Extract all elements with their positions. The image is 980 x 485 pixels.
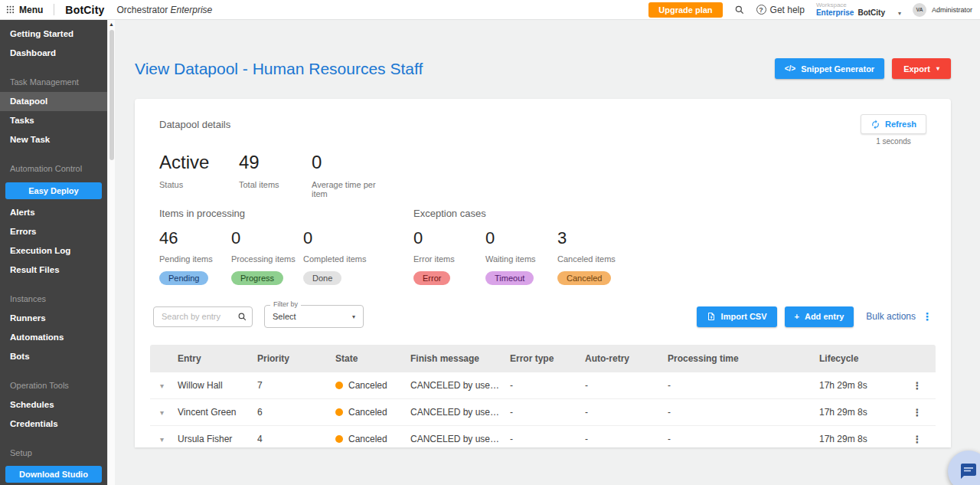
done-badge: Done [303, 271, 341, 285]
expand-row-icon[interactable]: ▾ [150, 435, 164, 444]
pending-count-label: Pending items [159, 254, 231, 264]
app-window: Menu BotCity Orchestrator Enterprise Upg… [0, 0, 980, 485]
plus-icon: + [795, 312, 799, 321]
column-header-error-type[interactable]: Error type [510, 353, 585, 364]
sidebar-section-instances: Instances [0, 289, 107, 308]
sidebar-item-bots[interactable]: Bots [0, 346, 107, 365]
upgrade-plan-button[interactable]: Upgrade plan [648, 2, 722, 18]
column-header-priority[interactable]: Priority [257, 353, 335, 364]
lifecycle-cell: 17h 29m 8s [819, 380, 899, 391]
sidebar-item-execution-log[interactable]: Execution Log [0, 241, 107, 261]
finish-message-cell: CANCELED by user requ... [410, 434, 510, 444]
import-csv-button[interactable]: Import CSV [697, 306, 777, 327]
sidebar-item-schedules[interactable]: Schedules [0, 395, 107, 414]
sidebar-item-errors[interactable]: Errors [0, 222, 107, 241]
filter-by-select[interactable]: Filter by Select ▾ [264, 305, 364, 328]
processing-count: 0 [231, 228, 303, 248]
sidebar-scrollbar[interactable]: ▲ [107, 20, 115, 485]
expand-row-icon[interactable]: ▾ [150, 408, 164, 417]
code-icon: </> [785, 64, 795, 73]
get-help-button[interactable]: ? Get help [756, 5, 805, 15]
error-type-cell: - [510, 434, 585, 444]
waiting-count-label: Waiting items [485, 254, 557, 264]
processing-counter: 0 Processing items Progress [231, 228, 303, 285]
snippet-generator-button[interactable]: </> Snippet Generator [775, 58, 884, 79]
topbar-divider [54, 4, 54, 15]
processing-time-cell: - [668, 380, 819, 391]
bulk-actions-button[interactable]: Bulk actions ⋮ [866, 310, 933, 323]
total-items-stat: 49 Total items [239, 152, 312, 198]
sidebar-item-alerts[interactable]: Alerts [0, 203, 107, 222]
botcity-logo[interactable]: BotCity [65, 4, 104, 16]
column-header-lifecycle[interactable]: Lifecycle [819, 353, 899, 364]
pending-badge: Pending [159, 271, 208, 285]
sidebar-item-result-files[interactable]: Result Files [0, 261, 107, 280]
details-heading: Datapool details [159, 114, 230, 130]
row-menu-icon[interactable]: ⋮ [913, 434, 923, 445]
timeout-badge: Timeout [485, 271, 534, 285]
scrollbar-thumb[interactable] [109, 30, 114, 160]
total-items-value: 49 [239, 152, 312, 174]
sidebar-section-setup: Setup [0, 443, 107, 462]
add-entry-button[interactable]: + Add entry [785, 306, 854, 327]
column-header-processing-time[interactable]: Processing time [668, 353, 819, 364]
sidebar-item-dashboard[interactable]: Dashboard [0, 44, 107, 63]
sidebar-section-automation-control: Automation Control [0, 159, 107, 179]
sidebar-item-new-task[interactable]: New Task [0, 130, 107, 149]
state-cell: Canceled [335, 407, 410, 418]
chat-bubble-icon [959, 462, 978, 480]
search-icon[interactable] [734, 5, 745, 15]
column-header-finish-message[interactable]: Finish message [410, 353, 510, 364]
download-studio-button[interactable]: Download Studio [5, 466, 102, 483]
state-cell: Canceled [335, 434, 410, 444]
auto-retry-cell: - [585, 407, 668, 418]
entries-table: Entry Priority State Finish message Erro… [150, 345, 936, 447]
sidebar-item-datapool[interactable]: Datapool [0, 92, 107, 111]
product-edition: Enterprise [171, 5, 213, 15]
column-header-entry[interactable]: Entry [178, 353, 257, 364]
sidebar-item-getting-started[interactable]: Getting Started [0, 25, 107, 44]
pending-counter: 46 Pending items Pending [159, 228, 231, 285]
completed-counter: 0 Completed items Done [303, 228, 375, 285]
expand-row-icon[interactable]: ▾ [150, 382, 164, 390]
export-button[interactable]: Export ▾ [892, 58, 951, 79]
sidebar-item-runners[interactable]: Runners [0, 308, 107, 327]
table-header: Entry Priority State Finish message Erro… [150, 345, 936, 372]
workspace-edition: Enterprise [816, 8, 854, 18]
chevron-down-icon: ▾ [936, 65, 939, 72]
datapool-card: Datapool details Refresh 1 seconds Activ… [135, 99, 951, 447]
canceled-count-label: Canceled items [557, 254, 629, 264]
user-avatar[interactable]: VA [913, 3, 926, 17]
lifecycle-cell: 17h 29m 8s [819, 407, 899, 418]
product-name: Orchestrator Enterprise [117, 5, 213, 15]
refresh-button[interactable]: Refresh [861, 114, 926, 134]
sidebar-section-task-management: Task Management [0, 73, 107, 92]
search-icon[interactable] [237, 311, 247, 325]
auto-retry-cell: - [585, 380, 668, 391]
sidebar-item-automations[interactable]: Automations [0, 327, 107, 346]
processing-time-cell: - [668, 434, 819, 444]
file-upload-icon [707, 312, 716, 321]
menu-button[interactable]: Menu [19, 5, 43, 15]
row-menu-icon[interactable]: ⋮ [913, 407, 923, 418]
bulk-actions-menu-icon[interactable]: ⋮ [922, 310, 933, 323]
state-dot-canceled [335, 382, 343, 389]
apps-grid-icon[interactable] [6, 5, 15, 14]
workspace-selector[interactable]: Workspace Enterprise BotCity ▾ [816, 2, 901, 18]
datapool-details: Datapool details Refresh 1 seconds Activ… [150, 114, 936, 285]
workspace-label: Workspace [816, 2, 901, 8]
page-title: View Datapool - Human Resources Staff [135, 60, 423, 78]
waiting-counter: 0 Waiting items Timeout [485, 228, 557, 285]
row-menu-icon[interactable]: ⋮ [913, 380, 923, 392]
error-counter: 0 Error items Error [413, 228, 485, 285]
status-value: Active [159, 152, 239, 174]
column-header-auto-retry[interactable]: Auto-retry [585, 353, 668, 364]
sidebar-item-credentials[interactable]: Credentials [0, 414, 107, 433]
column-header-state[interactable]: State [335, 353, 410, 364]
scroll-up-icon[interactable]: ▲ [109, 20, 114, 28]
main-content: View Datapool - Human Resources Staff </… [115, 20, 980, 485]
sidebar-item-tasks[interactable]: Tasks [0, 111, 107, 130]
easy-deploy-button[interactable]: Easy Deploy [5, 182, 102, 199]
processing-time-cell: - [668, 407, 819, 418]
completed-count-label: Completed items [303, 254, 375, 264]
